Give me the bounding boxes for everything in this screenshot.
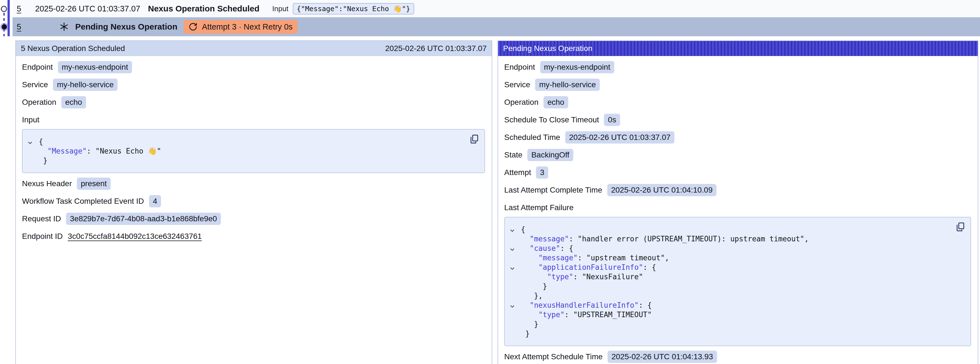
json-line: "cause": { — [505, 244, 951, 253]
json-line: }, — [505, 291, 951, 300]
field-label: Endpoint — [22, 63, 53, 72]
detail-field: Attempt3 — [504, 164, 971, 181]
panel-title: Pending Nexus Operation — [503, 44, 592, 53]
field-label: Service — [22, 80, 48, 89]
copy-icon[interactable] — [469, 134, 479, 145]
event-id-link[interactable]: 5 — [17, 4, 28, 13]
detail-field-input: Input — [22, 111, 485, 128]
detail-field: Last Attempt Complete Time2025-02-26 UTC… — [504, 181, 971, 199]
detail-field: Endpointmy-nexus-endpoint — [504, 58, 971, 76]
field-label: Scheduled Time — [504, 133, 560, 142]
input-json-card: { "Message": "Nexus Echo 👋" } — [22, 129, 485, 173]
field-list: Next Attempt Schedule Time2025-02-26 UTC… — [504, 348, 971, 364]
event-row-pending-nexus-operation[interactable]: 5 Pending Nexus Operation Attempt 3 · Ne… — [13, 17, 980, 36]
filled-circle-icon — [2, 24, 7, 30]
json-line: "type": "NexusFailure" — [505, 272, 951, 281]
event-detail-key: Input — [272, 5, 288, 13]
detail-field: Scheduled Time2025-02-26 UTC 01:03:37.07 — [504, 128, 971, 146]
open-circle-icon — [1, 6, 7, 12]
detail-field: Operationecho — [22, 93, 485, 111]
panel-header-scheduled: 5 Nexus Operation Scheduled 2025-02-26 U… — [16, 41, 492, 56]
field-value-badge: my-hello-service — [535, 78, 600, 91]
field-value-badge: 4 — [149, 195, 161, 208]
detail-field: Endpointmy-nexus-endpoint — [22, 58, 485, 76]
field-value-badge: my-nexus-endpoint — [540, 61, 614, 73]
chevron-down-icon[interactable] — [509, 226, 515, 232]
json-line: } — [505, 319, 951, 329]
event-title: Nexus Operation Scheduled — [148, 4, 259, 13]
detail-field: Nexus Headerpresent — [22, 175, 485, 192]
json-line: "message": "upstream timeout", — [505, 253, 951, 263]
chevron-down-icon[interactable] — [509, 245, 515, 251]
field-value-link[interactable]: 3c0c75ccfa8144b092c13ce632463761 — [68, 232, 202, 241]
field-label: Last Attempt Complete Time — [504, 186, 602, 195]
field-value-badge: 0s — [604, 114, 620, 126]
field-label: Operation — [504, 98, 538, 107]
field-value-badge: present — [77, 177, 111, 190]
json-lines: { "message": "handler error (UPSTREAM_TI… — [505, 225, 951, 338]
field-value-badge: 3e829b7e-7d67-4b08-aad3-b1e868bfe9e0 — [66, 213, 221, 225]
json-line: "type": "UPSTREAM_TIMEOUT" — [505, 310, 951, 319]
json-line: "message": "handler error (UPSTREAM_TIME… — [505, 234, 951, 244]
retry-status-text: Attempt 3 · Next Retry 0s — [202, 22, 293, 32]
panel-title: 5 Nexus Operation Scheduled — [21, 44, 125, 53]
event-input-preview-badge: {"Message":"Nexus Echo 👋"} — [293, 3, 414, 14]
panel-nexus-operation-scheduled: 5 Nexus Operation Scheduled 2025-02-26 U… — [15, 40, 492, 364]
detail-field: Workflow Task Completed Event ID4 — [22, 192, 485, 210]
field-value-badge: echo — [61, 96, 86, 109]
event-row-nexus-operation-scheduled[interactable]: 5 2025-02-26 UTC 01:03:37.07 Nexus Opera… — [13, 0, 980, 17]
field-label: Last Attempt Failure — [504, 203, 574, 212]
field-label: Endpoint — [504, 63, 535, 72]
json-line: } — [22, 156, 465, 165]
chevron-down-icon[interactable] — [509, 264, 515, 270]
json-lines: { "Message": "Nexus Echo 👋" } — [22, 137, 465, 165]
field-value-badge: BackingOff — [527, 149, 573, 161]
field-label: Input — [22, 115, 39, 124]
field-label: Service — [504, 80, 530, 89]
copy-icon[interactable] — [955, 222, 966, 232]
json-line: "nexusHandlerFailureInfo": { — [505, 300, 951, 310]
json-line: { — [22, 137, 465, 146]
field-label: Attempt — [504, 168, 531, 177]
field-label: Schedule To Close Timeout — [504, 115, 599, 124]
json-line: { — [505, 225, 951, 234]
field-list: Endpointmy-nexus-endpointServicemy-hello… — [504, 58, 971, 199]
field-label: Endpoint ID — [22, 232, 63, 241]
retry-status-badge: Attempt 3 · Next Retry 0s — [184, 20, 298, 34]
field-list: Nexus HeaderpresentWorkflow Task Complet… — [22, 175, 485, 245]
field-label: Workflow Task Completed Event ID — [22, 197, 144, 206]
field-list: Endpointmy-nexus-endpointServicemy-hello… — [22, 58, 485, 111]
json-line: } — [505, 281, 951, 291]
detail-field: Servicemy-hello-service — [22, 76, 485, 93]
json-line: } — [505, 329, 951, 338]
detail-field: Endpoint ID3c0c75ccfa8144b092c13ce632463… — [22, 227, 485, 245]
field-value-badge: echo — [544, 96, 568, 109]
panel-header-pending: Pending Nexus Operation — [498, 41, 978, 56]
detail-field: Request ID3e829b7e-7d67-4b08-aad3-b1e868… — [22, 210, 485, 227]
json-line: "Message": "Nexus Echo 👋" — [22, 146, 465, 156]
field-label: Request ID — [22, 214, 61, 223]
workflow-event-history-view: 5 2025-02-26 UTC 01:03:37.07 Nexus Opera… — [0, 0, 980, 364]
event-timestamp: 2025-02-26 UTC 01:03:37.07 — [35, 4, 140, 13]
failure-json-card: { "message": "handler error (UPSTREAM_TI… — [504, 217, 971, 346]
chevron-down-icon[interactable] — [27, 139, 33, 145]
json-line: "applicationFailureInfo": { — [505, 263, 951, 272]
field-label: Nexus Header — [22, 179, 72, 188]
chevron-down-icon[interactable] — [509, 302, 515, 308]
field-value-badge: my-nexus-endpoint — [58, 61, 132, 73]
event-id-link[interactable]: 5 — [17, 22, 28, 32]
field-value-badge: 2025-02-26 UTC 01:04:10.09 — [607, 184, 716, 196]
event-title: Pending Nexus Operation — [75, 22, 177, 32]
field-value-badge: 2025-02-26 UTC 01:04:13.93 — [608, 351, 717, 363]
asterisk-icon — [59, 22, 69, 32]
field-value-badge: my-hello-service — [53, 78, 118, 91]
field-label: State — [504, 150, 522, 160]
detail-field: StateBackingOff — [504, 146, 971, 164]
detail-field: Servicemy-hello-service — [504, 76, 971, 93]
detail-field: Schedule To Close Timeout0s — [504, 111, 971, 128]
field-value-badge: 3 — [536, 166, 548, 179]
panel-timestamp: 2025-02-26 UTC 01:03:37.07 — [385, 44, 487, 53]
detail-field-last-attempt-failure: Last Attempt Failure — [504, 199, 971, 216]
retry-arrow-icon — [189, 22, 197, 31]
detail-field: Next Attempt Schedule Time2025-02-26 UTC… — [504, 348, 971, 364]
